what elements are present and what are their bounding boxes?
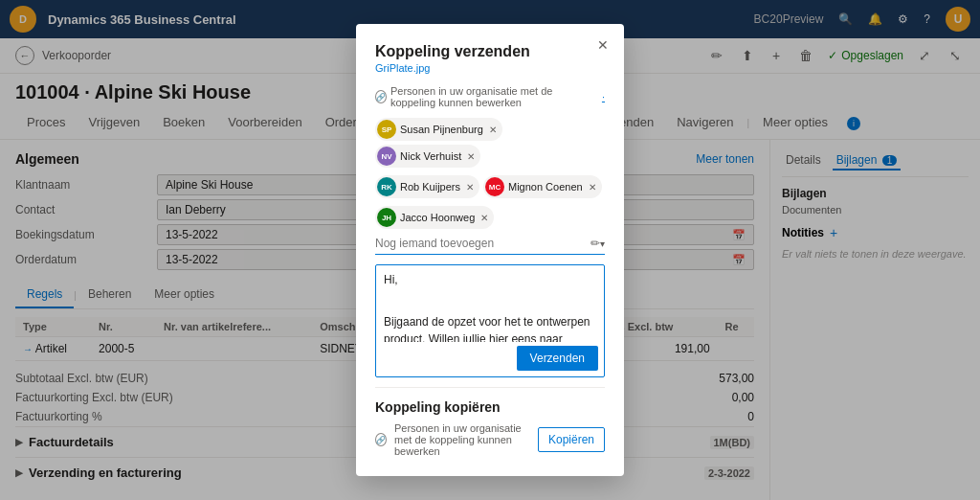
pencil-icon[interactable]: ✏	[590, 237, 600, 250]
recipient-chip-4: JH Jacco Hoonweg ✕	[375, 206, 494, 229]
remove-recipient-4[interactable]: ✕	[480, 213, 488, 223]
recipient-name-1: Nick Verhuist	[400, 150, 461, 162]
remove-recipient-2[interactable]: ✕	[466, 182, 474, 193]
remove-recipient-0[interactable]: ✕	[489, 125, 497, 135]
message-area[interactable]: Hi, Bijgaand de opzet voor het te ontwer…	[375, 264, 605, 377]
recipients-row-3: JH Jacco Hoonweg ✕	[375, 206, 605, 229]
copy-permission-icon: 🔗	[375, 433, 387, 446]
send-row: Verzenden	[376, 342, 604, 376]
message-line-3: Bijgaand de opzet voor het te ontwerpen …	[384, 313, 596, 342]
avatar-rk: RK	[377, 177, 396, 196]
recipient-chip-1: NV Nick Verhuist ✕	[375, 145, 480, 168]
modal-title: Koppeling verzenden	[375, 43, 605, 60]
recipients-row-2: RK Rob Kuijpers ✕ MC Mignon Coenen ✕	[375, 175, 605, 198]
recipients-row: SP Susan Pijnenburg ✕ NV Nick Verhuist ✕	[375, 118, 605, 168]
recipient-name-4: Jacco Hoonweg	[400, 212, 475, 223]
permission-icon: 🔗	[375, 90, 387, 103]
modal-overlay[interactable]: Koppeling verzenden GriPlate.jpg ✕ 🔗 Per…	[0, 0, 980, 500]
copy-title: Koppeling kopiëren	[375, 399, 605, 415]
copy-link-button[interactable]: Kopiëren	[538, 427, 605, 452]
send-button[interactable]: Verzenden	[517, 346, 598, 371]
message-line-2	[384, 292, 596, 309]
permission-edit-link[interactable]: ·	[602, 91, 605, 102]
copy-section: Koppeling kopiëren 🔗 Personen in uw orga…	[375, 387, 605, 457]
dropdown-icon[interactable]: ▾	[600, 239, 605, 249]
avatar-mc: MC	[485, 177, 504, 196]
permission-text: Personen in uw organisatie met de koppel…	[390, 85, 598, 108]
modal-subtitle[interactable]: GriPlate.jpg	[375, 62, 605, 74]
copy-row: 🔗 Personen in uw organisatie met de kopp…	[375, 422, 605, 457]
share-modal: Koppeling verzenden GriPlate.jpg ✕ 🔗 Per…	[356, 24, 624, 476]
recipient-name-3: Mignon Coenen	[508, 181, 583, 193]
avatar-jh: JH	[377, 208, 396, 227]
permission-row: 🔗 Personen in uw organisatie met de kopp…	[375, 85, 605, 108]
recipient-chip-3: MC Mignon Coenen ✕	[483, 175, 602, 198]
message-content[interactable]: Hi, Bijgaand de opzet voor het te ontwer…	[376, 265, 604, 342]
recipient-chip-2: RK Rob Kuijpers ✕	[375, 175, 479, 198]
remove-recipient-3[interactable]: ✕	[589, 182, 596, 193]
recipient-chip-0: SP Susan Pijnenburg ✕	[375, 118, 502, 141]
message-line-1: Hi,	[384, 271, 596, 288]
modal-close-button[interactable]: ✕	[593, 35, 612, 55]
avatar-nv: NV	[377, 147, 396, 166]
copy-permission-text: Personen in uw organisatie met de koppel…	[394, 422, 530, 457]
avatar-sp: SP	[377, 120, 396, 139]
recipient-name-0: Susan Pijnenburg	[400, 124, 483, 135]
remove-recipient-1[interactable]: ✕	[467, 151, 475, 162]
add-people-input[interactable]	[375, 237, 590, 250]
recipient-name-2: Rob Kuijpers	[400, 181, 460, 193]
add-people-row: ✏ ▾	[375, 237, 605, 255]
